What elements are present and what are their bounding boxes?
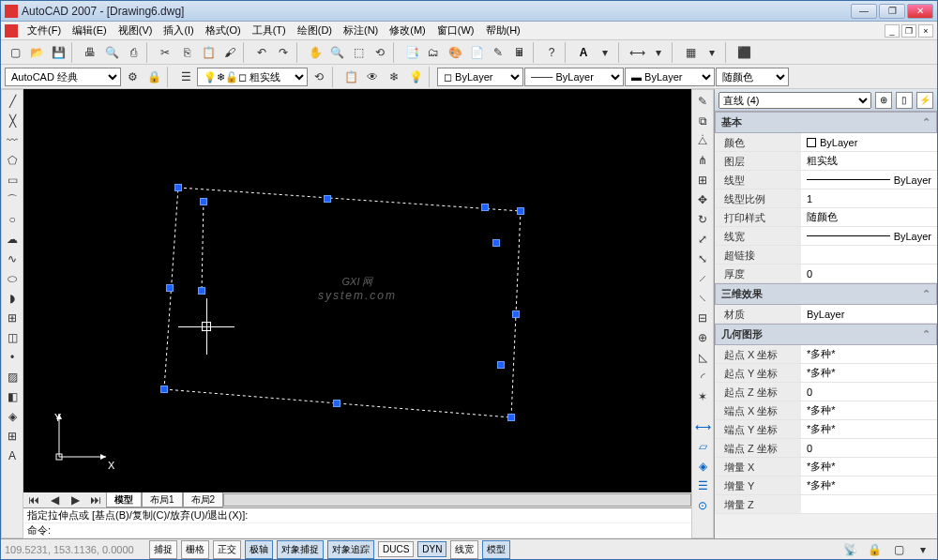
object-type-combo[interactable]: 直线 (4) bbox=[719, 92, 871, 109]
tab-last-icon[interactable]: ⏭ bbox=[85, 491, 106, 509]
workspace-lock-icon[interactable]: 🔒 bbox=[144, 67, 164, 87]
color-combo[interactable]: ◻ ByLayer bbox=[437, 68, 523, 86]
polygon-icon[interactable]: ⬠ bbox=[2, 151, 23, 170]
layer-iso-icon[interactable]: 👁 bbox=[362, 67, 383, 87]
prop-delta-x[interactable]: *多种* bbox=[801, 458, 937, 476]
ellipse-arc-icon[interactable]: ◗ bbox=[2, 289, 23, 308]
prop-layer[interactable]: 粗实线 bbox=[801, 152, 937, 170]
trim-icon[interactable]: ⟋ bbox=[692, 269, 713, 288]
distance-icon[interactable]: ⟷ bbox=[692, 417, 713, 436]
chevron-down-icon[interactable]: ▾ bbox=[648, 42, 669, 63]
prop-end-x[interactable]: *多种* bbox=[801, 401, 937, 419]
layout-tab-layout2[interactable]: 布局2 bbox=[183, 492, 224, 507]
redo-icon[interactable]: ↷ bbox=[273, 42, 294, 63]
linetype-combo[interactable]: ─── ByLayer bbox=[524, 68, 624, 86]
chamfer-icon[interactable]: ◺ bbox=[692, 348, 713, 367]
maximize-button[interactable]: ❐ bbox=[879, 4, 905, 19]
layout-tab-layout1[interactable]: 布局1 bbox=[142, 492, 183, 507]
new-icon[interactable]: ▢ bbox=[5, 42, 25, 63]
chevron-down-icon[interactable]: ▾ bbox=[595, 42, 615, 63]
save-icon[interactable]: 💾 bbox=[48, 42, 68, 63]
grip[interactable] bbox=[481, 204, 489, 211]
menu-format[interactable]: 格式(O) bbox=[200, 22, 247, 39]
offset-icon[interactable]: ⋔ bbox=[692, 151, 713, 170]
prop-start-z[interactable]: 0 bbox=[801, 383, 937, 401]
menu-dim[interactable]: 标注(N) bbox=[338, 22, 384, 39]
clean-screen-icon[interactable]: ▢ bbox=[888, 540, 909, 559]
match-icon[interactable]: 🖌 bbox=[219, 42, 240, 63]
layer-combo[interactable]: 💡❄🔓◻ 粗实线 bbox=[197, 68, 308, 86]
arc-icon[interactable]: ⌒ bbox=[2, 190, 23, 209]
grip[interactable] bbox=[324, 195, 331, 203]
cut-icon[interactable]: ✂ bbox=[155, 42, 175, 63]
ducs-toggle[interactable]: DUCS bbox=[378, 541, 414, 557]
stretch-icon[interactable]: ⤡ bbox=[692, 250, 713, 268]
circle-icon[interactable]: ○ bbox=[2, 210, 23, 229]
grip[interactable] bbox=[507, 414, 515, 421]
section-geometry[interactable]: 几何图形⌃ bbox=[715, 324, 937, 345]
select-objects-icon[interactable]: ▯ bbox=[896, 92, 913, 109]
text-style-icon[interactable]: A bbox=[573, 42, 594, 63]
grid-toggle[interactable]: 栅格 bbox=[181, 540, 209, 559]
erase-icon[interactable]: ✎ bbox=[692, 92, 713, 111]
make-block-icon[interactable]: ◫ bbox=[2, 328, 23, 347]
menu-edit[interactable]: 编辑(E) bbox=[67, 22, 113, 39]
help-icon[interactable]: ? bbox=[541, 42, 562, 63]
menu-draw[interactable]: 绘图(D) bbox=[292, 22, 338, 39]
ellipse-icon[interactable]: ⬭ bbox=[2, 269, 23, 288]
extend-icon[interactable]: ⟍ bbox=[692, 289, 713, 308]
menu-insert[interactable]: 插入(I) bbox=[158, 22, 199, 39]
block-icon[interactable]: ⬛ bbox=[734, 42, 754, 63]
prop-end-z[interactable]: 0 bbox=[801, 439, 937, 457]
prop-start-y[interactable]: *多种* bbox=[801, 364, 937, 382]
lock-ui-icon[interactable]: 🔒 bbox=[864, 540, 885, 559]
tray-chevron-icon[interactable]: ▾ bbox=[913, 540, 933, 559]
doc-minimize[interactable]: _ bbox=[885, 24, 900, 38]
prop-delta-z[interactable] bbox=[801, 495, 937, 513]
model-toggle[interactable]: 模型 bbox=[482, 540, 510, 559]
rotate-icon[interactable]: ↻ bbox=[692, 210, 713, 229]
prop-hyperlink[interactable] bbox=[801, 246, 937, 264]
tab-first-icon[interactable]: ⏮ bbox=[23, 491, 44, 509]
fillet-icon[interactable]: ◜ bbox=[692, 368, 713, 386]
workspace-combo[interactable]: AutoCAD 经典 bbox=[5, 68, 121, 86]
grip[interactable] bbox=[174, 184, 182, 191]
otrack-toggle[interactable]: 对象追踪 bbox=[327, 540, 374, 559]
array-icon[interactable]: ⊞ bbox=[692, 171, 713, 189]
table-icon[interactable]: ⊞ bbox=[2, 427, 23, 446]
section-3d[interactable]: 三维效果⌃ bbox=[715, 283, 937, 305]
layer-manager-icon[interactable]: ☰ bbox=[175, 67, 196, 87]
ortho-toggle[interactable]: 正交 bbox=[213, 540, 241, 559]
polar-toggle[interactable]: 极轴 bbox=[245, 540, 273, 559]
chevron-down-icon[interactable]: ▾ bbox=[702, 42, 722, 63]
doc-restore[interactable]: ❐ bbox=[901, 24, 916, 38]
scale-icon[interactable]: ⤢ bbox=[692, 230, 713, 249]
hatch-icon[interactable]: ▨ bbox=[2, 368, 23, 386]
menu-modify[interactable]: 修改(M) bbox=[384, 22, 431, 39]
osnap-toggle[interactable]: 对象捕捉 bbox=[277, 540, 324, 559]
revcloud-icon[interactable]: ☁ bbox=[2, 230, 23, 249]
menu-tools[interactable]: 工具(T) bbox=[247, 22, 292, 39]
tab-prev-icon[interactable]: ◀ bbox=[44, 491, 65, 509]
grip[interactable] bbox=[517, 207, 524, 215]
explode-icon[interactable]: ✶ bbox=[692, 387, 713, 406]
menu-view[interactable]: 视图(V) bbox=[113, 22, 159, 39]
layer-freeze-icon[interactable]: ❄ bbox=[384, 67, 404, 87]
gradient-icon[interactable]: ◧ bbox=[2, 387, 23, 406]
id-icon[interactable]: ⊙ bbox=[692, 496, 713, 515]
command-prompt[interactable]: 命令: bbox=[23, 523, 691, 538]
grip[interactable] bbox=[166, 284, 174, 292]
dim-style-icon[interactable]: ⟷ bbox=[627, 42, 647, 63]
xline-icon[interactable]: ╳ bbox=[2, 112, 23, 130]
prop-ltscale[interactable]: 1 bbox=[801, 189, 937, 207]
undo-icon[interactable]: ↶ bbox=[251, 42, 272, 63]
grip[interactable] bbox=[200, 198, 207, 205]
prop-material[interactable]: ByLayer bbox=[801, 305, 937, 323]
quick-select-icon[interactable]: ⊕ bbox=[875, 92, 892, 109]
mirror-icon[interactable]: ⧊ bbox=[692, 131, 713, 150]
doc-close[interactable]: × bbox=[918, 24, 933, 38]
layer-off-icon[interactable]: 💡 bbox=[405, 67, 426, 87]
publish-icon[interactable]: ⎙ bbox=[123, 42, 144, 63]
properties-icon[interactable]: 📑 bbox=[401, 42, 422, 63]
area-icon[interactable]: ▱ bbox=[692, 437, 713, 456]
